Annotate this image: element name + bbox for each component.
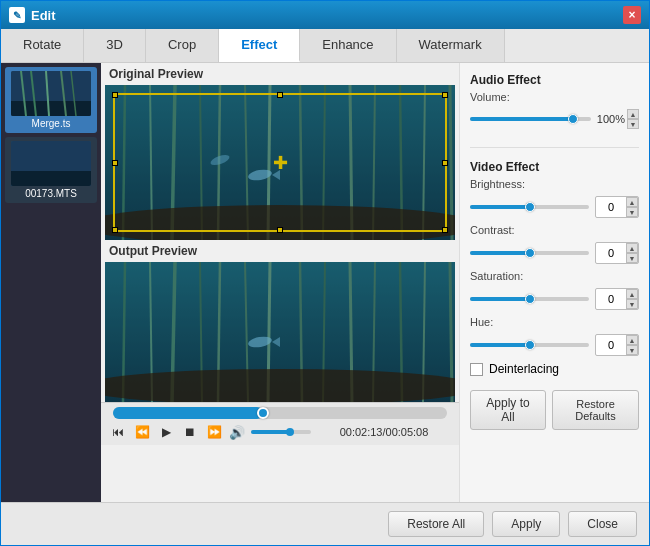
original-preview: ✚ xyxy=(105,85,455,240)
file-item-mts[interactable]: 00173.MTS xyxy=(5,137,97,203)
volume-fill xyxy=(251,430,290,434)
volume-arrows: ▲ ▼ xyxy=(627,109,639,129)
file-thumb-mts xyxy=(11,141,91,186)
hue-arrows: ▲ ▼ xyxy=(626,335,638,355)
apply-to-all-button[interactable]: Apply to All xyxy=(470,390,546,430)
saturation-slider-row: 0 ▲ ▼ xyxy=(470,288,639,310)
title-bar: ✎ Edit × xyxy=(1,1,649,29)
svg-rect-8 xyxy=(11,171,91,186)
file-label-merge: Merge.ts xyxy=(32,118,71,129)
stop-button[interactable]: ⏹ xyxy=(181,423,199,441)
hue-label: Hue: xyxy=(470,316,532,328)
volume-slider-track[interactable] xyxy=(470,117,591,121)
video-effect-section: Video Effect Brightness: 0 ▲ ▼ xyxy=(470,160,639,376)
hue-slider-handle[interactable] xyxy=(525,340,535,350)
tab-watermark[interactable]: Watermark xyxy=(397,29,505,62)
volume-slider[interactable] xyxy=(251,430,311,434)
file-thumb-merge xyxy=(11,71,91,116)
saturation-value: 0 xyxy=(596,289,626,309)
tab-effect[interactable]: Effect xyxy=(219,29,300,62)
time-display: 00:02:13/00:05:08 xyxy=(317,426,451,438)
brightness-down-button[interactable]: ▼ xyxy=(626,207,638,217)
volume-up-button[interactable]: ▲ xyxy=(627,109,639,119)
hue-up-button[interactable]: ▲ xyxy=(626,335,638,345)
saturation-arrows: ▲ ▼ xyxy=(626,289,638,309)
app-icon: ✎ xyxy=(9,7,25,23)
playback-bar: ⏮ ⏪ ▶ ⏹ ⏩ 🔊 00:02:13/00:05:08 xyxy=(101,402,459,445)
saturation-slider-handle[interactable] xyxy=(525,294,535,304)
close-button[interactable]: × xyxy=(623,6,641,24)
tab-enhance[interactable]: Enhance xyxy=(300,29,396,62)
audio-effect-section: Audio Effect Volume: 100% ▲ ▼ xyxy=(470,73,639,135)
volume-down-button[interactable]: ▼ xyxy=(627,119,639,129)
deinterlacing-row: Deinterlacing xyxy=(470,362,639,376)
contrast-up-button[interactable]: ▲ xyxy=(626,243,638,253)
step-back-button[interactable]: ⏪ xyxy=(133,423,151,441)
controls-row: ⏮ ⏪ ▶ ⏹ ⏩ 🔊 00:02:13/00:05:08 xyxy=(109,423,451,441)
contrast-value: 0 xyxy=(596,243,626,263)
apply-button[interactable]: Apply xyxy=(492,511,560,537)
window-title: Edit xyxy=(31,8,623,23)
brightness-value: 0 xyxy=(596,197,626,217)
hue-down-button[interactable]: ▼ xyxy=(626,345,638,355)
brightness-input[interactable]: 0 ▲ ▼ xyxy=(595,196,639,218)
seek-handle[interactable] xyxy=(257,407,269,419)
volume-slider-row: 100% ▲ ▼ xyxy=(470,109,639,129)
close-button-bottom[interactable]: Close xyxy=(568,511,637,537)
restore-defaults-button[interactable]: Restore Defaults xyxy=(552,390,639,430)
volume-handle[interactable] xyxy=(286,428,294,436)
brightness-slider-fill xyxy=(470,205,530,209)
saturation-down-button[interactable]: ▼ xyxy=(626,299,638,309)
brightness-arrows: ▲ ▼ xyxy=(626,197,638,217)
deinterlacing-checkbox[interactable] xyxy=(470,363,483,376)
brightness-row: Brightness: xyxy=(470,178,639,190)
volume-input-group: 100% ▲ ▼ xyxy=(597,109,639,129)
tab-crop[interactable]: Crop xyxy=(146,29,219,62)
volume-row: Volume: xyxy=(470,91,639,103)
brightness-up-button[interactable]: ▲ xyxy=(626,197,638,207)
saturation-label: Saturation: xyxy=(470,270,532,282)
volume-slider-handle[interactable] xyxy=(568,114,578,124)
hue-row: Hue: xyxy=(470,316,639,328)
play-button[interactable]: ▶ xyxy=(157,423,175,441)
contrast-slider-handle[interactable] xyxy=(525,248,535,258)
center-area: Original Preview xyxy=(101,63,459,502)
svg-rect-1 xyxy=(11,101,91,116)
svg-point-27 xyxy=(105,205,455,240)
saturation-up-button[interactable]: ▲ xyxy=(626,289,638,299)
contrast-slider-row: 0 ▲ ▼ xyxy=(470,242,639,264)
seek-bar-fill xyxy=(113,407,263,419)
skip-to-start-button[interactable]: ⏮ xyxy=(109,423,127,441)
crosshair-icon: ✚ xyxy=(273,152,288,174)
contrast-slider-track[interactable] xyxy=(470,251,589,255)
restore-all-button[interactable]: Restore All xyxy=(388,511,484,537)
step-forward-button[interactable]: ⏩ xyxy=(205,423,223,441)
volume-icon: 🔊 xyxy=(229,425,245,440)
brightness-label: Brightness: xyxy=(470,178,532,190)
file-item-merge[interactable]: Merge.ts xyxy=(5,67,97,133)
volume-value: 100% xyxy=(597,113,625,125)
output-preview xyxy=(105,262,455,402)
brightness-slider-handle[interactable] xyxy=(525,202,535,212)
hue-slider-fill xyxy=(470,343,530,347)
effect-button-row: Apply to All Restore Defaults xyxy=(470,390,639,430)
hue-slider-row: 0 ▲ ▼ xyxy=(470,334,639,356)
main-area: Merge.ts 00173.MTS Original Preview xyxy=(1,63,649,502)
saturation-input[interactable]: 0 ▲ ▼ xyxy=(595,288,639,310)
edit-window: ✎ Edit × Rotate 3D Crop Effect Enhance W… xyxy=(0,0,650,546)
tab-rotate[interactable]: Rotate xyxy=(1,29,84,62)
seek-bar[interactable] xyxy=(113,407,447,419)
brightness-slider-track[interactable] xyxy=(470,205,589,209)
deinterlacing-label: Deinterlacing xyxy=(489,362,559,376)
saturation-row: Saturation: xyxy=(470,270,639,282)
volume-label: Volume: xyxy=(470,91,532,103)
hue-input[interactable]: 0 ▲ ▼ xyxy=(595,334,639,356)
original-preview-label: Original Preview xyxy=(101,63,459,85)
saturation-slider-track[interactable] xyxy=(470,297,589,301)
file-label-mts: 00173.MTS xyxy=(25,188,77,199)
hue-slider-track[interactable] xyxy=(470,343,589,347)
tab-3d[interactable]: 3D xyxy=(84,29,146,62)
right-panel: Audio Effect Volume: 100% ▲ ▼ xyxy=(459,63,649,502)
contrast-input[interactable]: 0 ▲ ▼ xyxy=(595,242,639,264)
contrast-down-button[interactable]: ▼ xyxy=(626,253,638,263)
